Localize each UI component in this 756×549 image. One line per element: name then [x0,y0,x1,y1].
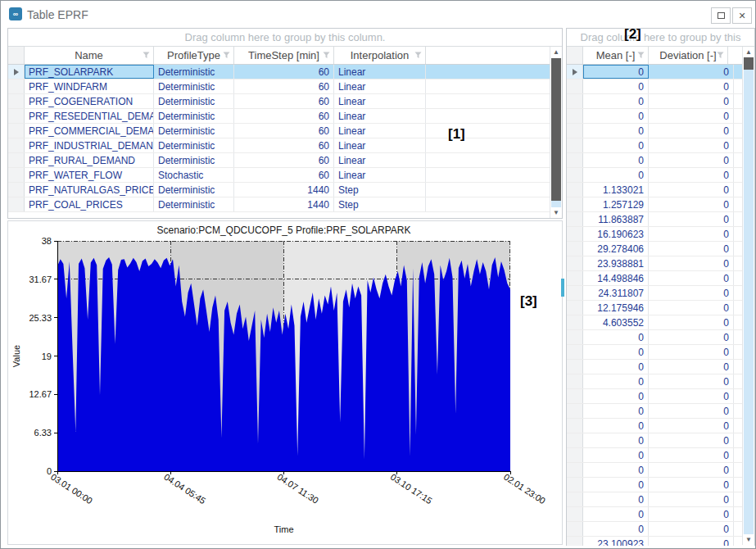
cell-name: PRF_COGENERATION [25,94,154,108]
column-header-timestep[interactable]: TimeStep [min] [234,47,334,64]
table-row[interactable]: 00 [567,109,754,124]
cell-deviation: 0 [649,212,734,226]
splitter-handle[interactable] [561,279,564,297]
filter-icon[interactable] [414,52,422,59]
svg-text:04.04 05:45: 04.04 05:45 [162,472,207,506]
svg-text:Time: Time [274,524,293,534]
table-row[interactable]: 00 [567,79,754,94]
table-row[interactable]: 23.1009230 [567,537,754,546]
column-header-deviation[interactable]: Deviation [-] [649,47,728,64]
restore-button[interactable] [711,7,731,24]
table-row[interactable]: 24.3118070 [567,286,754,301]
table-row[interactable]: 00 [567,65,754,79]
cell-deviation: 0 [649,197,734,211]
table-row[interactable]: 00 [567,478,754,492]
cell-name: PRF_INDUSTRIAL_DEMAND [25,138,154,152]
svg-text:31.67: 31.67 [29,274,52,284]
svg-text:03.01 00:00: 03.01 00:00 [49,472,94,506]
stats-grid-scrollbar[interactable]: ▲ ▼ [742,47,754,545]
table-row[interactable]: 00 [567,345,754,360]
column-header-interpolation[interactable]: Interpolation [334,47,426,64]
cell-mean: 0 [583,433,649,447]
cell-name: PRF_SOLARPARK [25,65,154,79]
table-row[interactable]: 00 [567,507,754,522]
table-row[interactable]: 00 [567,492,754,507]
cell-profiletype: Deterministic [154,138,234,152]
table-row[interactable]: PRF_INDUSTRIAL_DEMANDDeterministic60Line… [8,138,562,153]
cell-name: PRF_COAL_PRICES [25,197,154,211]
cell-name: PRF_NATURALGAS_PRICES [25,183,154,197]
group-by-panel-right[interactable]: Drag column here to group by this [567,29,754,47]
scroll-up-icon[interactable]: ▲ [743,47,754,57]
table-row[interactable]: PRF_NATURALGAS_PRICESDeterministic1440St… [8,183,562,197]
table-row[interactable]: 00 [567,153,754,168]
column-header-profiletype-label: ProfileType [167,49,220,61]
profiles-grid-scrollbar[interactable]: ▲ ▼ [550,47,562,218]
cell-profiletype: Deterministic [154,79,234,93]
table-row[interactable]: PRF_COMMERCIAL_DEMANDDeterministic60Line… [8,124,562,138]
scroll-down-icon[interactable]: ▼ [550,207,562,218]
titlebar[interactable]: ∞ Table EPRF ✕ [1,1,755,27]
scrollbar-thumb[interactable] [551,58,561,201]
table-row[interactable]: 00 [567,463,754,478]
table-row[interactable]: 00 [567,433,754,448]
table-row[interactable]: PRF_SOLARPARKDeterministic60Linear [8,65,562,79]
table-row[interactable]: 23.9388810 [567,256,754,271]
scrollbar-thumb[interactable] [744,57,754,70]
profiles-grid-panel: Drag column here to group by this column… [7,28,563,219]
cell-interpolation: Linear [334,79,426,93]
cell-profiletype: Deterministic [154,183,234,197]
filter-icon[interactable] [323,52,330,59]
column-header-mean[interactable]: Mean [-] [583,47,649,64]
table-row[interactable]: PRF_WATER_FLOWStochastic60Linear [8,168,562,183]
scroll-up-icon[interactable]: ▲ [550,47,562,57]
table-row[interactable]: 29.2784060 [567,242,754,256]
table-row[interactable]: PRF_RESEDENTIAL_DEMANDDeterministic60Lin… [8,109,562,124]
table-row[interactable]: 00 [567,448,754,463]
table-row[interactable]: PRF_COGENERATIONDeterministic60Linear [8,94,562,109]
table-row[interactable]: 00 [567,168,754,183]
table-row[interactable]: 00 [567,404,754,419]
filter-icon[interactable] [223,52,230,59]
table-row[interactable]: PRF_COAL_PRICESDeterministic1440Step [8,197,562,212]
row-indicator [567,374,583,388]
table-row[interactable]: 00 [567,374,754,389]
table-row[interactable]: 4.6035520 [567,315,754,330]
table-row[interactable]: PRF_RURAL_DEMANDDeterministic60Linear [8,153,562,168]
close-button[interactable]: ✕ [732,7,752,24]
column-header-name[interactable]: Name [25,47,154,64]
table-row[interactable]: 00 [567,522,754,537]
stats-grid-header: Mean [-] Deviation [-] [567,47,754,65]
table-row[interactable]: 14.4988460 [567,271,754,286]
group-by-panel-left[interactable]: Drag column here to group by this column… [8,29,562,47]
table-row[interactable]: 1.2571290 [567,197,754,212]
table-row[interactable]: PRF_WINDFARMDeterministic60Linear [8,79,562,94]
table-row[interactable]: 00 [567,419,754,433]
cell-deviation: 0 [649,138,734,152]
table-row[interactable]: 00 [567,138,754,153]
table-row[interactable]: 1.1330210 [567,183,754,197]
cell-profiletype: Deterministic [154,109,234,123]
table-row[interactable]: 16.1906230 [567,227,754,242]
table-row[interactable]: 12.1759460 [567,301,754,315]
filter-icon[interactable] [717,52,724,59]
filter-icon[interactable] [637,52,645,59]
cell-deviation: 0 [649,256,734,270]
table-row[interactable]: 00 [567,94,754,109]
cell-interpolation: Linear [334,109,426,123]
row-indicator [567,360,583,374]
cell-deviation: 0 [649,271,734,285]
table-row[interactable]: 00 [567,330,754,345]
column-header-interpolation-label: Interpolation [351,49,410,61]
table-row[interactable]: 00 [567,360,754,374]
table-row[interactable]: 00 [567,389,754,404]
scrollbar-track[interactable] [744,70,754,534]
filter-icon[interactable] [143,52,150,59]
table-row[interactable]: 00 [567,124,754,138]
row-indicator [567,419,583,433]
cell-deviation: 0 [649,463,734,477]
scroll-down-icon[interactable]: ▼ [743,534,754,545]
table-row[interactable]: 11.8638870 [567,212,754,227]
row-indicator [567,212,583,226]
column-header-profiletype[interactable]: ProfileType [154,47,234,64]
